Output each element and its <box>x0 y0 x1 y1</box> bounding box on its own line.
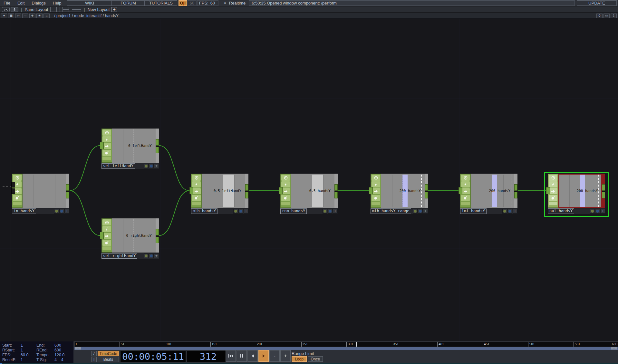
timecode-mode-button[interactable]: TimeCode <box>98 351 119 356</box>
node-name[interactable]: sel_leftHandY <box>101 163 135 169</box>
new-layout-add-button[interactable]: + <box>111 7 117 12</box>
output-connector[interactable] <box>602 192 605 198</box>
display-flag-button[interactable] <box>149 254 154 258</box>
output-connector[interactable] <box>602 184 605 191</box>
node-expand-button[interactable]: + <box>600 209 605 214</box>
bookmark-star-icon[interactable]: ★ <box>36 14 43 18</box>
layout-split-horizontal-icon[interactable] <box>63 7 69 12</box>
export-flag-icon[interactable] <box>372 188 380 194</box>
window-icon[interactable]: ▭ <box>604 14 610 18</box>
output-connector[interactable] <box>156 139 159 146</box>
export-flag-icon[interactable] <box>281 188 290 194</box>
network-editor[interactable]: in_handsY + <box>0 19 618 341</box>
wire-sel_leftHandY-to-mth_handsY[interactable] <box>159 146 189 191</box>
setting-value[interactable]: 1 <box>21 348 23 352</box>
layout-quad-icon[interactable] <box>75 7 81 12</box>
node-mth_handsY[interactable]: 0.5 leftHandY mth_handsY + <box>191 174 248 214</box>
cook-flag-icon[interactable] <box>461 181 470 187</box>
link-tutorials[interactable]: TUTORIALS <box>144 0 177 6</box>
viewer-flag-icon[interactable] <box>549 175 557 181</box>
output-connector[interactable] <box>245 184 248 191</box>
render-flag-button[interactable] <box>233 209 238 214</box>
output-connector[interactable] <box>514 184 517 191</box>
display-flag-button[interactable] <box>149 164 154 168</box>
node-nul_handsY[interactable]: 200 handsY nul_handsY + <box>548 174 605 214</box>
setting-value[interactable]: 60.0 <box>21 353 28 357</box>
parent-input-connector[interactable] <box>11 188 15 194</box>
node-expand-button[interactable]: + <box>154 164 159 168</box>
display-flag-button[interactable] <box>59 209 64 214</box>
node-mth_handsY_range[interactable]: 200 handsY mth_handsY_range + <box>371 174 428 214</box>
input-connector[interactable] <box>100 232 104 239</box>
render-flag-button[interactable] <box>323 209 327 214</box>
node-name[interactable]: sel_rightHandY <box>101 253 137 259</box>
export-flag-icon[interactable] <box>102 143 111 149</box>
bypass-flag-icon[interactable] <box>102 240 111 246</box>
display-flag-button[interactable] <box>595 209 600 214</box>
render-flag-button[interactable] <box>144 254 149 258</box>
cook-flag-icon[interactable] <box>549 181 557 187</box>
input-connector[interactable] <box>546 187 550 194</box>
output-connector[interactable] <box>156 237 159 243</box>
display-flag-button[interactable] <box>328 209 333 214</box>
play-forward-button[interactable] <box>258 350 269 362</box>
viewer-flag-icon[interactable] <box>13 175 22 181</box>
bypass-flag-icon[interactable] <box>549 195 557 201</box>
node-viewer-body[interactable]: 200 handsY <box>471 174 514 208</box>
node-viewer-body[interactable]: 0 leftHandY <box>112 129 156 163</box>
bypass-flag-icon[interactable] <box>281 195 290 201</box>
viewer-flag-icon[interactable] <box>192 175 201 181</box>
node-name[interactable]: lmt_handsY <box>460 208 487 214</box>
node-in_handsY[interactable]: in_handsY + <box>12 174 69 214</box>
realtime-toggle[interactable]: x Realtime <box>223 1 246 5</box>
bypass-flag-icon[interactable] <box>372 195 380 201</box>
display-flag-button[interactable] <box>418 209 423 214</box>
collapse-down-icon[interactable]: ⇩ <box>611 14 617 18</box>
export-flag-icon[interactable] <box>102 233 111 239</box>
node-viewer-body[interactable] <box>23 174 66 208</box>
setting-value[interactable]: 600 <box>54 348 61 352</box>
frame-i-button[interactable]: I <box>91 357 97 362</box>
parent-input-connector[interactable] <box>11 182 15 187</box>
cook-flag-icon[interactable] <box>281 181 290 187</box>
node-name[interactable]: mth_handsY <box>191 208 217 214</box>
back-arrow-icon[interactable]: ⇦ <box>15 14 21 18</box>
bypass-flag-icon[interactable] <box>192 195 201 201</box>
maximize-pane-icon[interactable] <box>2 7 10 12</box>
node-name[interactable]: rnm_handsY <box>280 208 307 214</box>
output-connector[interactable] <box>514 192 517 198</box>
bypass-flag-icon[interactable] <box>13 195 22 201</box>
render-flag-button[interactable] <box>590 209 595 214</box>
node-viewer-body[interactable]: 0.5 leftHandY <box>202 174 245 208</box>
display-flag-button[interactable] <box>507 209 512 214</box>
input-connector[interactable] <box>369 187 373 194</box>
pane-type-dropdown-icon[interactable]: ▾ <box>1 14 7 18</box>
input-connector[interactable] <box>279 187 283 194</box>
render-flag-button[interactable] <box>144 164 149 168</box>
playhead[interactable] <box>356 342 357 347</box>
node-lmt_handsY[interactable]: 200 handsY lmt_handsY + <box>460 174 517 214</box>
node-expand-button[interactable]: + <box>64 209 69 214</box>
node-expand-button[interactable]: + <box>244 209 248 214</box>
node-viewer-body[interactable]: 200 handsY <box>381 174 425 208</box>
setting-value[interactable]: 1 <box>21 358 23 362</box>
menu-help[interactable]: Help <box>49 1 65 5</box>
bypass-flag-icon[interactable] <box>102 150 111 156</box>
layout-single-icon[interactable] <box>50 7 57 12</box>
setting-value[interactable]: 4 4 <box>54 358 63 362</box>
node-name[interactable]: nul_handsY <box>548 208 574 214</box>
node-viewer-body[interactable]: 0 rightHandY <box>112 218 156 253</box>
export-flag-icon[interactable] <box>192 188 201 194</box>
output-connector[interactable] <box>156 229 159 235</box>
export-flag-icon[interactable] <box>549 188 557 194</box>
node-viewer-body[interactable]: 200 handsY <box>558 174 602 208</box>
node-name[interactable]: in_handsY <box>12 208 36 214</box>
cook-flag-icon[interactable] <box>192 181 201 187</box>
setting-value[interactable]: 120.0 <box>54 353 64 357</box>
step-forward-button[interactable]: + <box>280 350 291 362</box>
node-viewer-body[interactable]: 0.5 handsY <box>291 174 334 208</box>
midi-io-indicator[interactable]: O|I <box>179 0 187 6</box>
link-forum[interactable]: FORUM <box>111 0 145 6</box>
node-expand-button[interactable]: + <box>423 209 428 214</box>
pause-button[interactable] <box>237 350 247 362</box>
